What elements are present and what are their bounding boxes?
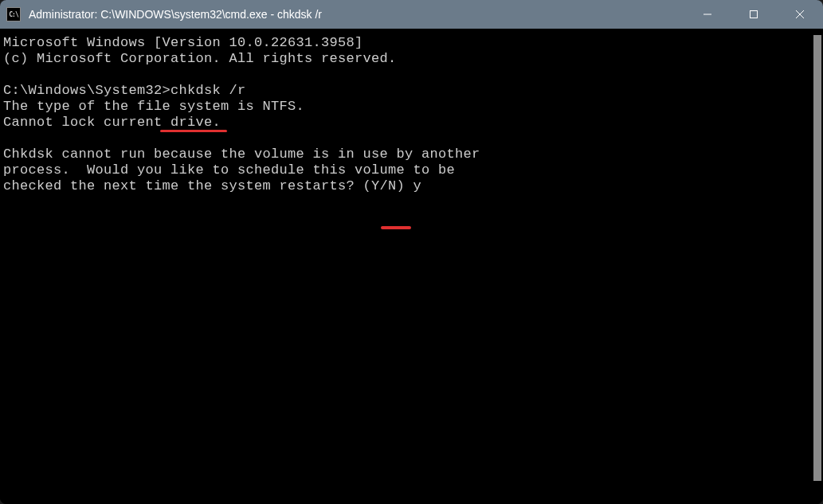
close-icon bbox=[795, 10, 805, 19]
terminal-body[interactable]: Microsoft Windows [Version 10.0.22631.39… bbox=[0, 29, 823, 504]
maximize-button[interactable] bbox=[731, 0, 777, 29]
minimize-icon bbox=[703, 10, 712, 19]
output-line: Chkdsk cannot run because the volume is … bbox=[3, 147, 480, 162]
terminal-content: Microsoft Windows [Version 10.0.22631.39… bbox=[0, 29, 823, 201]
output-line: process. Would you like to schedule this… bbox=[3, 162, 455, 178]
output-line: Microsoft Windows [Version 10.0.22631.39… bbox=[3, 35, 363, 50]
annotation-underline bbox=[381, 226, 411, 229]
annotation-underline bbox=[160, 130, 227, 132]
maximize-icon bbox=[749, 10, 758, 19]
output-line: checked the next time the system restart… bbox=[3, 178, 413, 193]
close-button[interactable] bbox=[777, 0, 823, 29]
output-line: (c) Microsoft Corporation. All rights re… bbox=[3, 51, 397, 66]
prompt-prefix: C:\Windows\System32> bbox=[3, 83, 170, 98]
window-controls bbox=[684, 0, 823, 29]
output-line: Cannot lock current drive. bbox=[3, 115, 221, 130]
minimize-button[interactable] bbox=[684, 0, 731, 29]
typed-command: chkdsk /r bbox=[170, 83, 246, 98]
output-line: The type of the file system is NTFS. bbox=[3, 99, 304, 114]
svg-rect-1 bbox=[750, 11, 758, 18]
user-input: y bbox=[413, 178, 422, 193]
cmd-icon: C:\ bbox=[6, 7, 21, 21]
window-title: Administrator: C:\WINDOWS\system32\cmd.e… bbox=[29, 8, 684, 21]
titlebar[interactable]: C:\ Administrator: C:\WINDOWS\system32\c… bbox=[0, 0, 823, 29]
vertical-scrollbar[interactable] bbox=[813, 35, 821, 481]
cmd-window: C:\ Administrator: C:\WINDOWS\system32\c… bbox=[0, 0, 823, 504]
